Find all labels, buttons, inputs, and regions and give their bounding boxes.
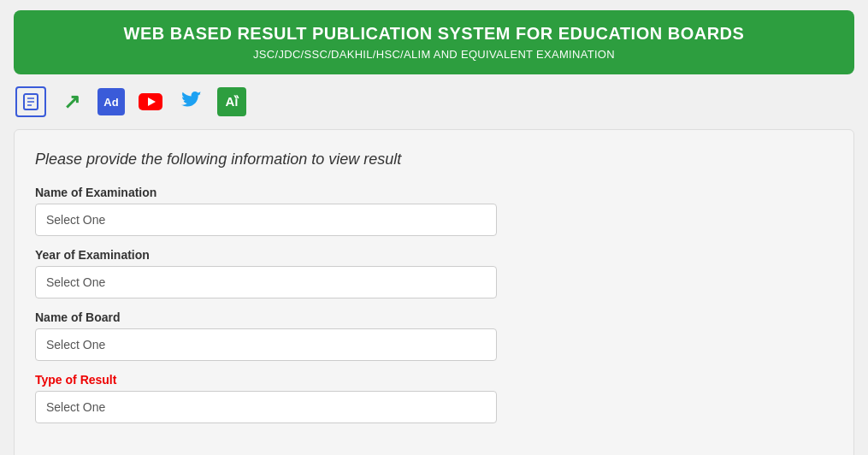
chart-icon[interactable]: ↗ — [56, 86, 87, 117]
header-title: WEB BASED RESULT PUBLICATION SYSTEM FOR … — [31, 24, 837, 44]
notes-icon[interactable] — [15, 86, 46, 117]
form-instruction: Please provide the following information… — [35, 151, 833, 168]
board-name-select[interactable]: Select One — [35, 328, 497, 361]
header-banner: WEB BASED RESULT PUBLICATION SYSTEM FOR … — [14, 10, 854, 74]
exam-name-group: Name of Examination Select One — [35, 186, 833, 236]
exam-year-select[interactable]: Select One — [35, 266, 497, 298]
ad-icon[interactable]: Ad — [97, 88, 125, 115]
board-name-label: Name of Board — [35, 310, 833, 324]
youtube-icon[interactable] — [135, 86, 166, 117]
form-container: Please provide the following information… — [14, 129, 854, 455]
header-subtitle: JSC/JDC/SSC/DAKHIL/HSC/ALIM AND EQUIVALE… — [31, 48, 837, 61]
board-name-group: Name of Board Select One — [35, 310, 833, 361]
exam-year-label: Year of Examination — [35, 248, 833, 262]
twitter-icon[interactable] — [176, 86, 207, 117]
exam-year-group: Year of Examination Select One — [35, 248, 833, 298]
result-type-select[interactable]: Select One — [35, 391, 497, 423]
icon-bar: ↗ Ad Aȉ — [0, 74, 868, 129]
exam-name-label: Name of Examination — [35, 186, 833, 199]
result-type-group: Type of Result Select One — [35, 373, 833, 423]
result-type-label: Type of Result — [35, 373, 833, 387]
translate-icon[interactable]: Aȉ — [217, 87, 246, 116]
exam-name-select[interactable]: Select One — [35, 204, 497, 236]
